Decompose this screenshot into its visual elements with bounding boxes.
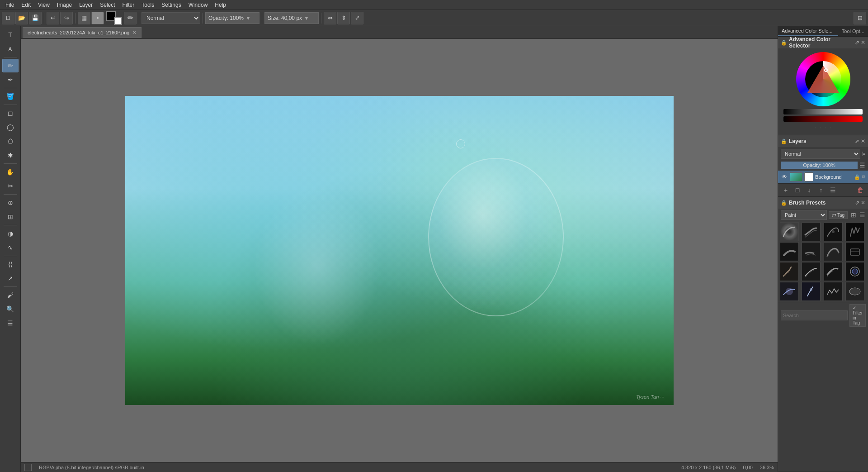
color-wheel[interactable]	[796, 52, 850, 106]
brush-presets-header[interactable]: 🔒 Brush Presets ⇗ ✕	[778, 197, 868, 209]
filter-tag-btn[interactable]: ✓ Filter in Tag	[849, 304, 866, 327]
canvas-tab[interactable]: electrichearts_20201224A_kiki_c1_2160P.p…	[23, 27, 142, 38]
fuzzy-select-tool[interactable]: ✱	[2, 148, 19, 162]
bg-color-btn[interactable]: ▪	[91, 12, 104, 24]
layer-lock-icon[interactable]: 🔒	[854, 174, 860, 180]
brush-item-2[interactable]	[802, 222, 821, 241]
color-selector-header[interactable]: 🔒 Advanced Color Selector ⇗ ✕	[778, 37, 868, 48]
crop-tool[interactable]: ✂	[2, 179, 19, 193]
redo-button[interactable]: ↪	[60, 12, 73, 24]
undo-button[interactable]: ↩	[47, 12, 59, 24]
mirror-x-btn[interactable]: ⇔	[324, 12, 336, 24]
layer-visibility-icon[interactable]: 👁	[781, 173, 788, 181]
lightness-slider[interactable]	[783, 109, 863, 114]
measure-tool[interactable]: ⟨⟩	[2, 257, 19, 271]
free-select-tool[interactable]: ⬠	[2, 134, 19, 148]
opacity-control[interactable]: Opacity: 100% ▼	[205, 12, 259, 24]
menu-window[interactable]: Window	[185, 1, 212, 9]
brush-item-13[interactable]	[780, 282, 799, 301]
menu-edit[interactable]: Edit	[18, 1, 34, 9]
status-icon[interactable]	[24, 464, 32, 471]
brush-item-15[interactable]	[824, 282, 843, 301]
blend-mode-select[interactable]: Normal	[142, 12, 200, 24]
brush-item-10[interactable]	[802, 262, 821, 281]
color-pick-tool[interactable]: 🖌	[2, 288, 19, 302]
layer-group-btn[interactable]: □	[793, 186, 802, 195]
background-color[interactable]	[114, 17, 122, 25]
menu-file[interactable]: File	[2, 1, 18, 9]
rect-select-tool[interactable]: ◻	[2, 106, 19, 120]
layers-close-icon[interactable]: ✕	[861, 138, 865, 144]
new-button[interactable]: 🗋	[2, 12, 14, 24]
delete-layer-btn[interactable]: 🗑	[855, 186, 865, 195]
close-panel-icon[interactable]: ✕	[861, 39, 865, 46]
size-control[interactable]: Size: 40,00 px ▼	[264, 12, 319, 24]
brush-item-1[interactable]	[780, 222, 799, 241]
brush-search-input[interactable]	[781, 310, 848, 320]
hand-tool[interactable]: ✋	[2, 165, 19, 179]
layers-header[interactable]: 🔒 Layers ⇗ ✕	[778, 135, 868, 147]
background-layer-row[interactable]: 👁 Background 🔒 ⧉	[778, 171, 868, 183]
brush-item-16[interactable]	[845, 282, 864, 301]
layer-extra-icon[interactable]: ⧉	[862, 174, 865, 180]
canvas-viewport[interactable]: Tyson Tan ···	[21, 39, 778, 462]
layer-opacity-input[interactable]: Opacity: 100%	[781, 162, 858, 169]
brush-item-3[interactable]	[824, 222, 843, 241]
open-button[interactable]: 📂	[15, 12, 28, 24]
detach-icon[interactable]: ⇗	[855, 39, 859, 46]
pencil-tool[interactable]: ✒	[2, 73, 19, 86]
brush-item-14[interactable]	[802, 282, 821, 301]
opacity-expand-icon[interactable]: ▼	[245, 15, 251, 21]
grid-button[interactable]: ▦	[78, 12, 90, 24]
ellipse-select-tool[interactable]: ◯	[2, 120, 19, 134]
fg-bg-colors[interactable]	[106, 11, 122, 25]
tool-icon[interactable]: ✏	[124, 12, 137, 24]
menu-filter[interactable]: Filter	[119, 1, 138, 9]
menu-view[interactable]: View	[34, 1, 53, 9]
align-tool[interactable]: A	[2, 42, 19, 56]
menu-layer[interactable]: Layer	[75, 1, 96, 9]
menu-settings[interactable]: Settings	[158, 1, 184, 9]
layer-down-btn[interactable]: ↓	[804, 186, 814, 195]
pan-tool[interactable]: ☰	[2, 316, 19, 330]
layer-blend-select[interactable]: Normal	[781, 149, 860, 159]
fill-tool[interactable]: 🪣	[2, 90, 19, 103]
add-layer-btn[interactable]: +	[781, 186, 791, 195]
size-expand-icon[interactable]: ▼	[304, 15, 309, 21]
save-button[interactable]: 💾	[29, 12, 42, 24]
mirror-y-btn[interactable]: ⇕	[337, 12, 350, 24]
brush-grid-view-icon[interactable]: ⊞	[849, 211, 858, 219]
zoom-tool[interactable]: 🔍	[2, 302, 19, 316]
canvas-tab-close[interactable]: ✕	[132, 29, 137, 36]
menu-help[interactable]: Help	[211, 1, 230, 9]
clone-tool[interactable]: ⊞	[2, 210, 19, 224]
brush-item-6[interactable]	[802, 242, 821, 261]
heal-tool[interactable]: ⊕	[2, 196, 19, 210]
layer-menu-btn[interactable]: ☰	[828, 186, 838, 195]
layer-opacity-menu-icon[interactable]: ☰	[859, 162, 865, 169]
brush-item-11[interactable]	[824, 262, 843, 281]
tag-button[interactable]: 🏷 Tag	[829, 211, 848, 219]
text-tool[interactable]: T	[2, 28, 19, 42]
brush-menu-icon[interactable]: ☰	[859, 211, 865, 219]
brush-category-select[interactable]: Paint	[781, 210, 827, 220]
layer-up-btn[interactable]: ↑	[816, 186, 826, 195]
dodge-tool[interactable]: ◑	[2, 227, 19, 240]
hue-slider[interactable]	[783, 116, 863, 122]
tab-color-selector[interactable]: Advanced Color Sele...	[778, 26, 838, 36]
smudge-tool[interactable]: ∿	[2, 241, 19, 254]
brush-item-7[interactable]	[824, 242, 843, 261]
layers-detach-icon[interactable]: ⇗	[855, 138, 859, 144]
brush-detach-icon[interactable]: ⇗	[855, 200, 859, 206]
menu-image[interactable]: Image	[53, 1, 75, 9]
brush-item-8[interactable]	[845, 242, 864, 261]
brush-item-12[interactable]	[845, 262, 864, 281]
brush-item-9[interactable]	[780, 262, 799, 281]
transform-tool[interactable]: ↗	[2, 272, 19, 285]
layer-filter-icon[interactable]: ⊧	[862, 150, 865, 157]
menu-select[interactable]: Select	[96, 1, 118, 9]
menu-tools[interactable]: Tools	[138, 1, 158, 9]
brush-close-icon[interactable]: ✕	[861, 200, 865, 206]
brush-item-4[interactable]	[845, 222, 864, 241]
tab-tool-options[interactable]: Tool Opt...	[838, 27, 868, 36]
